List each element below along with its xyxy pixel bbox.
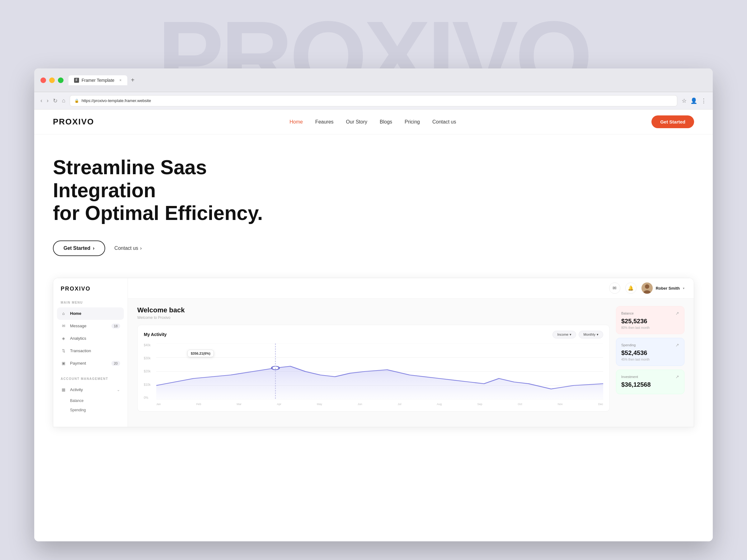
monthly-filter-button[interactable]: Monthly ▾	[578, 331, 603, 339]
balance-card-value: $25,5236	[621, 318, 679, 325]
tab-favicon: F	[74, 78, 79, 83]
lock-icon: 🔒	[74, 99, 79, 103]
dashboard-left-panel: Welcome back Welcome to Proxivo My Activ…	[137, 306, 610, 411]
user-avatar	[642, 283, 653, 294]
welcome-title: Welcome back	[137, 306, 610, 314]
website-content: PROXIVO Home Feaures Our Story Blogs Pri…	[34, 109, 713, 541]
analytics-icon: ◈	[61, 336, 66, 341]
chart-tooltip: $356.21(6%)	[187, 350, 214, 357]
bell-icon-button[interactable]: 🔔	[625, 283, 637, 294]
investment-card-header: Investment ↗	[621, 374, 679, 379]
spending-card-arrow[interactable]: ↗	[675, 343, 679, 348]
sidebar-sub-item-balance[interactable]: Balance	[53, 396, 128, 405]
dashboard-sidebar: PROXIVO MAIN MENU ⌂ Home ✉ Message 18 ◈ …	[53, 278, 128, 427]
dashboard-main: ✉ 🔔 Rober Smith ▾	[128, 278, 694, 427]
tab-close-button[interactable]: ×	[120, 78, 122, 82]
sidebar-item-activity[interactable]: ▦ Activity ⌄	[53, 383, 128, 396]
activity-card-header: My Activity Income ▾ Monthly ▾	[144, 331, 603, 339]
balance-card-arrow[interactable]: ↗	[675, 311, 679, 316]
window-controls	[41, 77, 63, 83]
hero-section: Streamline Saas Integration for Optimal …	[34, 134, 713, 272]
chart-svg	[156, 344, 603, 399]
user-chevron-icon: ▾	[683, 287, 685, 290]
hero-contact-link[interactable]: Contact us ›	[114, 245, 142, 251]
activity-chart: $40k $30k $20k $10k 0%	[144, 344, 603, 406]
investment-card-value: $36,12568	[621, 381, 679, 388]
svg-point-1	[645, 284, 649, 289]
user-info[interactable]: Rober Smith ▾	[642, 283, 685, 294]
maximize-button[interactable]	[58, 77, 63, 83]
expand-icon: ⌄	[117, 387, 120, 392]
home-icon: ⌂	[61, 311, 66, 316]
browser-nav: ‹ › ↻ ⌂ 🔒 https://proxivo-template.frame…	[34, 92, 713, 109]
income-filter-button[interactable]: Income ▾	[552, 331, 576, 339]
hero-headline: Streamline Saas Integration for Optimal …	[53, 156, 271, 225]
nav-home[interactable]: Home	[289, 119, 303, 125]
sidebar-sub-item-spending[interactable]: Spending	[53, 405, 128, 415]
address-bar[interactable]: 🔒 https://proxivo-template.framer.websit…	[70, 95, 677, 106]
refresh-button[interactable]: ↻	[53, 97, 58, 104]
transaction-icon: ⇅	[61, 348, 66, 354]
site-navbar: PROXIVO Home Feaures Our Story Blogs Pri…	[34, 109, 713, 134]
close-button[interactable]	[41, 77, 46, 83]
payment-badge: 20	[111, 361, 120, 366]
payment-icon: ▣	[61, 361, 66, 366]
browser-window: F Framer Template × + ‹ › ↻ ⌂ 🔒 https://…	[34, 69, 713, 541]
dashboard-right-panel: Balance ↗ $25,5236 80% then last month S…	[616, 306, 685, 411]
spending-card-change: 45% then last month	[621, 358, 679, 361]
nav-our-story[interactable]: Our Story	[346, 119, 367, 125]
chart-inner: $356.21(6%)	[156, 344, 603, 399]
forward-button[interactable]: ›	[47, 97, 49, 104]
spending-card-header: Spending ↗	[621, 343, 679, 348]
balance-card-title: Balance	[621, 312, 634, 315]
profile-icon[interactable]: 👤	[690, 97, 697, 104]
mail-icon-button[interactable]: ✉	[609, 283, 620, 294]
bookmark-icon[interactable]: ☆	[681, 97, 687, 104]
nav-contact[interactable]: Contact us	[432, 119, 456, 125]
chart-x-labels: Jan Feb Mar Apr May Jun Jul Aug Sep Oc	[156, 403, 603, 406]
back-button[interactable]: ‹	[41, 97, 42, 104]
user-name: Rober Smith	[656, 286, 680, 291]
message-icon: ✉	[61, 323, 66, 329]
site-logo: PROXIVO	[53, 117, 94, 127]
home-button[interactable]: ⌂	[62, 97, 66, 104]
balance-card-change: 80% then last month	[621, 326, 679, 329]
browser-chrome: F Framer Template × +	[34, 69, 713, 92]
activity-icon: ▦	[61, 387, 66, 393]
spending-card-title: Spending	[621, 343, 636, 347]
tab-label: Framer Template	[81, 78, 114, 83]
sidebar-logo: PROXIVO	[53, 286, 128, 292]
investment-card-arrow[interactable]: ↗	[675, 374, 679, 379]
menu-icon[interactable]: ⋮	[701, 97, 706, 104]
site-get-started-button[interactable]: Get Started	[651, 115, 694, 128]
hero-get-started-button[interactable]: Get Started ›	[53, 240, 105, 256]
hero-buttons: Get Started › Contact us ›	[53, 240, 694, 256]
activity-card: My Activity Income ▾ Monthly ▾	[137, 325, 610, 411]
sidebar-item-message[interactable]: ✉ Message 18	[53, 320, 128, 332]
minimize-button[interactable]	[49, 77, 55, 83]
sidebar-item-transaction[interactable]: ⇅ Transaction	[53, 345, 128, 357]
sidebar-item-payment[interactable]: ▣ Payment 20	[53, 357, 128, 370]
dashboard-preview: PROXIVO MAIN MENU ⌂ Home ✉ Message 18 ◈ …	[53, 278, 694, 427]
browser-tab[interactable]: F Framer Template ×	[69, 75, 127, 85]
sidebar-item-analytics[interactable]: ◈ Analytics	[53, 332, 128, 345]
main-menu-label: MAIN MENU	[53, 301, 128, 304]
welcome-subtitle: Welcome to Proxivo	[137, 316, 610, 320]
dashboard-body: Welcome back Welcome to Proxivo My Activ…	[128, 299, 694, 419]
new-tab-button[interactable]: +	[131, 77, 135, 84]
nav-actions: ☆ 👤 ⋮	[681, 97, 706, 104]
investment-card-title: Investment	[621, 375, 638, 379]
nav-features[interactable]: Feaures	[315, 119, 334, 125]
welcome-text: Welcome back Welcome to Proxivo	[137, 306, 610, 320]
url-text: https://proxivo-template.framer.website	[81, 98, 151, 103]
chart-y-labels: $40k $30k $20k $10k 0%	[144, 344, 155, 399]
message-badge: 18	[111, 324, 120, 328]
sidebar-item-home[interactable]: ⌂ Home	[57, 308, 124, 320]
balance-card-header: Balance ↗	[621, 311, 679, 316]
dashboard-header: ✉ 🔔 Rober Smith ▾	[128, 278, 694, 299]
nav-pricing[interactable]: Pricing	[405, 119, 420, 125]
balance-card: Balance ↗ $25,5236 80% then last month	[616, 306, 685, 334]
nav-blogs[interactable]: Blogs	[380, 119, 392, 125]
spending-card: Spending ↗ $52,4536 45% then last month	[616, 338, 685, 366]
activity-title: My Activity	[144, 332, 166, 337]
